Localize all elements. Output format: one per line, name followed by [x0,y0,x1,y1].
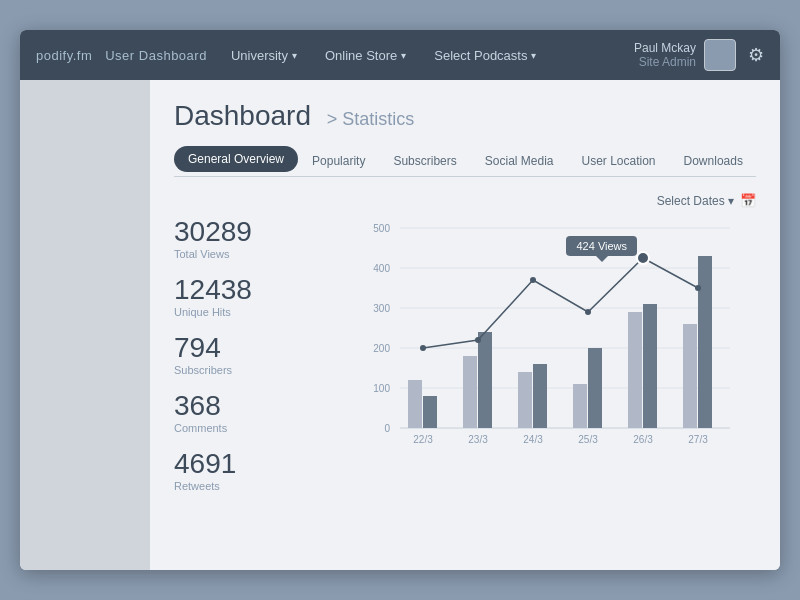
settings-icon[interactable]: ⚙ [748,44,764,66]
user-info: Paul Mckay Site Admin [634,39,736,71]
tab-general-overview[interactable]: General Overview [174,146,298,172]
dot-22-3 [420,345,426,351]
stat-unique-hits: 12438 Unique Hits [174,276,324,318]
tab-downloads[interactable]: Downloads [670,148,757,174]
avatar [704,39,736,71]
bar-dark-26-3 [643,304,657,428]
nav-items: University ▾ Online Store ▾ Select Podca… [219,42,634,69]
stat-comments: 368 Comments [174,392,324,434]
nav-online-store[interactable]: Online Store ▾ [313,42,418,69]
bar-light-24-3 [518,372,532,428]
svg-text:27/3: 27/3 [688,434,708,445]
chart-svg: 500 400 300 200 100 0 22/3 23/3 24/3 25/… [344,218,756,448]
dot-25-3 [585,309,591,315]
sidebar [20,80,150,570]
dot-26-3-active [637,252,649,264]
bar-light-26-3 [628,312,642,428]
tab-bar: General Overview Popularity Subscribers … [174,146,756,177]
nav-university[interactable]: University ▾ [219,42,309,69]
bar-light-23-3 [463,356,477,428]
bar-dark-27-3 [698,256,712,428]
stat-retweets: 4691 Retweets [174,450,324,492]
svg-text:100: 100 [373,383,390,394]
svg-text:26/3: 26/3 [633,434,653,445]
svg-text:400: 400 [373,263,390,274]
svg-text:200: 200 [373,343,390,354]
tab-subscribers[interactable]: Subscribers [379,148,470,174]
dot-24-3 [530,277,536,283]
bar-light-27-3 [683,324,697,428]
svg-text:22/3: 22/3 [413,434,433,445]
stat-total-views: 30289 Total Views [174,218,324,260]
main-content: Dashboard > Statistics General Overview … [150,80,780,570]
chevron-down-icon: ▾ [292,50,297,61]
stats-panel: 30289 Total Views 12438 Unique Hits 794 … [174,218,324,508]
app-window: podify.fm User Dashboard University ▾ On… [20,30,780,570]
nav-select-podcasts[interactable]: Select Podcasts ▾ [422,42,548,69]
tab-popularity[interactable]: Popularity [298,148,379,174]
user-name: Paul Mckay [634,41,696,55]
chart-container: 424 Views 500 400 300 200 [344,218,756,508]
svg-text:25/3: 25/3 [578,434,598,445]
bar-dark-25-3 [588,348,602,428]
dot-27-3 [695,285,701,291]
bar-dark-22-3 [423,396,437,428]
bar-light-22-3 [408,380,422,428]
content-area: 30289 Total Views 12438 Unique Hits 794 … [174,218,756,508]
tab-user-location[interactable]: User Location [567,148,669,174]
stat-subscribers: 794 Subscribers [174,334,324,376]
user-role: Site Admin [634,55,696,69]
page-title: Dashboard > Statistics [174,100,756,132]
bar-light-25-3 [573,384,587,428]
bar-dark-24-3 [533,364,547,428]
date-row: Select Dates ▾ 📅 [174,193,756,208]
chevron-down-icon: ▾ [531,50,536,61]
dot-23-3 [475,337,481,343]
svg-text:300: 300 [373,303,390,314]
svg-text:0: 0 [384,423,390,434]
brand-subtitle: User Dashboard [105,48,207,63]
body: Dashboard > Statistics General Overview … [20,80,780,570]
calendar-icon[interactable]: 📅 [740,193,756,208]
navbar: podify.fm User Dashboard University ▾ On… [20,30,780,80]
svg-text:500: 500 [373,223,390,234]
nav-right: Paul Mckay Site Admin ⚙ [634,39,764,71]
bar-dark-23-3 [478,332,492,428]
chevron-down-icon: ▾ [401,50,406,61]
brand-name: podify.fm [36,48,92,63]
svg-text:23/3: 23/3 [468,434,488,445]
brand: podify.fm User Dashboard [36,46,207,64]
svg-text:24/3: 24/3 [523,434,543,445]
breadcrumb: > Statistics [327,109,415,129]
date-select-button[interactable]: Select Dates ▾ [657,194,734,208]
tab-social-media[interactable]: Social Media [471,148,568,174]
